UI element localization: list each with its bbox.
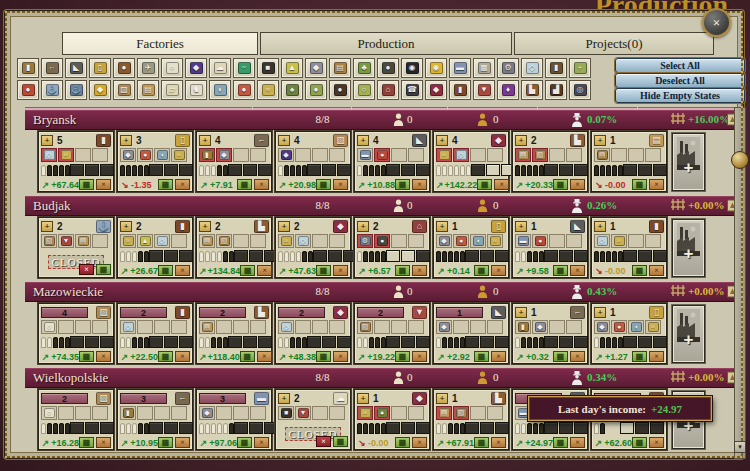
subsidize-button[interactable]: ▦ <box>237 437 252 448</box>
expand-factory-button[interactable]: + <box>436 221 448 232</box>
close-factory-button[interactable]: × <box>175 265 190 276</box>
goods-filter-artillery[interactable]: ◣ <box>65 58 87 78</box>
subsidize-button[interactable]: ▦ <box>158 351 173 362</box>
close-factory-button[interactable]: × <box>412 179 427 190</box>
goods-filter-aeroplanes[interactable]: ✈ <box>137 58 159 78</box>
factory-cell[interactable]: +2▙▤▧↗+134.84▦× <box>196 217 272 278</box>
expand-factory-button[interactable]: + <box>357 393 369 404</box>
goods-filter-steel[interactable]: ▬ <box>449 58 471 78</box>
close-factory-button[interactable]: × <box>649 265 664 276</box>
close-button[interactable]: × <box>702 8 731 37</box>
close-factory-button[interactable]: × <box>257 351 272 362</box>
goods-filter-fabric[interactable]: ▧ <box>113 80 135 100</box>
goods-filter-cotton[interactable]: ○ <box>161 58 183 78</box>
factory-cell[interactable]: +2◆≈◇↗+47.63▦× <box>275 217 351 278</box>
close-factory-button[interactable]: × <box>333 351 348 362</box>
factory-cell[interactable]: +2▮≈▲◇↗+26.67▦× <box>117 217 193 278</box>
factory-cell[interactable]: +3▯◆●◖≈↘-1.35▦× <box>117 131 193 192</box>
close-factory-button[interactable]: × <box>254 437 269 448</box>
close-factory-button[interactable]: × <box>96 437 111 448</box>
goods-filter-fruit[interactable]: ● <box>233 80 255 100</box>
subsidize-button[interactable]: ▦ <box>240 265 255 276</box>
goods-filter-machine-parts[interactable]: ⚙ <box>497 58 519 78</box>
goods-filter-liquor[interactable]: ▮ <box>449 80 471 100</box>
close-factory-button[interactable]: × <box>96 351 111 362</box>
goods-filter-tropical-wood[interactable]: ♣ <box>353 58 375 78</box>
factory-cell[interactable]: +1▮◇≈↘-0.00▦× <box>591 217 667 278</box>
expand-factory-button[interactable]: + <box>515 221 527 232</box>
close-factory-button[interactable]: × <box>491 265 506 276</box>
factory-cell[interactable]: +1▯◆●◖≈↗+0.14▦× <box>433 217 509 278</box>
expand-factory-button[interactable]: + <box>594 221 606 232</box>
goods-filter-precious-metal[interactable]: ◉ <box>425 58 447 78</box>
goods-filter-glass[interactable]: ◇ <box>521 58 543 78</box>
factory-cell[interactable]: +2▙▤▧↗+20.33▦× <box>512 131 588 192</box>
goods-filter-grain[interactable]: ≈ <box>257 80 279 100</box>
subsidize-button[interactable]: ▦ <box>79 437 94 448</box>
factory-cell[interactable]: 2▧○↗+16.28▦× <box>38 389 114 450</box>
subsidize-button[interactable]: ▦ <box>395 351 410 362</box>
subsidize-button[interactable]: ▦ <box>316 265 331 276</box>
close-factory-button[interactable]: × <box>570 351 585 362</box>
close-factory-button[interactable]: × <box>175 179 190 190</box>
goods-filter-regular-clothes[interactable]: ▼ <box>473 80 495 100</box>
subsidize-button[interactable]: ▦ <box>96 264 111 275</box>
subsidize-button[interactable]: ▦ <box>632 351 647 362</box>
factory-cell[interactable]: 2◆◇↗+48.38▦× <box>275 303 351 364</box>
factory-cell[interactable]: +1◣▬●↗+9.58▦× <box>512 217 588 278</box>
expand-factory-button[interactable]: + <box>199 221 211 232</box>
goods-filter-clipper-convoy[interactable]: ⚓ <box>41 80 63 100</box>
subsidize-button[interactable]: ▦ <box>79 351 94 362</box>
goods-filter-opium[interactable]: ○ <box>353 80 375 100</box>
factory-cell[interactable]: +1▤▤↘-0.00▦× <box>591 131 667 192</box>
expand-factory-button[interactable]: + <box>594 307 606 318</box>
expand-factory-button[interactable]: + <box>278 135 290 146</box>
factory-cell[interactable]: +1⌐▮◆↗+0.32▦× <box>512 303 588 364</box>
goods-filter-canned-food[interactable]: ▯ <box>89 58 111 78</box>
factory-cell[interactable]: 4▧○↗+74.35▦× <box>38 303 114 364</box>
goods-filter-coffee[interactable]: ● <box>329 80 351 100</box>
subsidize-button[interactable]: ▦ <box>553 437 568 448</box>
factory-cell[interactable]: +4⌐▮◆↗+7.91▦× <box>196 131 272 192</box>
factory-cell[interactable]: +4▧◆↗+20.98▦× <box>275 131 351 192</box>
subsidize-button[interactable]: ▦ <box>632 437 647 448</box>
build-factory-button[interactable]: + <box>672 305 705 363</box>
factory-cell[interactable]: +1▯◆●◖≈↗+1.27▦× <box>591 303 667 364</box>
state-row-mazowieckie[interactable]: Mazowieckie8/8000.43%+0.00% <box>25 282 742 302</box>
factory-cell[interactable]: +2⌂⚙●↗+6.57▦× <box>354 217 430 278</box>
subsidize-button[interactable]: ▦ <box>553 179 568 190</box>
close-factory-button[interactable]: × <box>412 265 427 276</box>
goods-filter-cement[interactable]: ▦ <box>473 58 495 78</box>
expand-factory-button[interactable]: + <box>278 221 290 232</box>
goods-filter-ammunition[interactable]: ▮ <box>17 58 39 78</box>
goods-filter-barrels[interactable]: ● <box>113 58 135 78</box>
goods-filter-tea[interactable]: ● <box>305 80 327 100</box>
close-factory-button[interactable]: × <box>649 437 664 448</box>
factory-cell[interactable]: +4◆≈◇↗+142.22▦× <box>433 131 509 192</box>
subsidize-button[interactable]: ▦ <box>158 179 173 190</box>
close-factory-button[interactable]: × <box>96 179 111 190</box>
factory-cell[interactable]: +2☁■▼CLOSED×▦ <box>275 389 351 450</box>
subsidize-button[interactable]: ▦ <box>158 437 173 448</box>
factory-cell[interactable]: 2▙▤↗+118.40▦× <box>196 303 272 364</box>
factory-cell[interactable]: +5▮◇≈↗+67.64▦× <box>38 131 114 192</box>
expand-factory-button[interactable]: + <box>357 135 369 146</box>
goods-filter-fuel[interactable]: ▮ <box>545 58 567 78</box>
goods-filter-steamer-convoy[interactable]: ⚓ <box>65 80 87 100</box>
goods-filter-explosives[interactable]: ● <box>17 80 39 100</box>
expand-factory-button[interactable]: + <box>436 393 448 404</box>
goods-filter-rubber[interactable]: ● <box>377 58 399 78</box>
goods-filter-silk[interactable]: ~ <box>233 58 255 78</box>
expand-factory-button[interactable]: + <box>41 221 53 232</box>
expand-factory-button[interactable]: + <box>120 135 132 146</box>
select-all-button[interactable]: Select All <box>615 58 745 73</box>
subsidize-button[interactable]: ▦ <box>316 179 331 190</box>
close-factory-button[interactable]: × <box>570 437 585 448</box>
factory-cell[interactable]: 2▼▧↗+19.22▦× <box>354 303 430 364</box>
build-factory-button[interactable]: + <box>672 133 705 191</box>
close-factory-button[interactable]: × <box>412 351 427 362</box>
factory-cell[interactable]: 3▬◆↗+97.06▦× <box>196 389 272 450</box>
subsidize-button[interactable]: ▦ <box>474 437 489 448</box>
factory-cell[interactable]: +2⚓▧▼▤CLOSED×▦ <box>38 217 114 278</box>
expand-factory-button[interactable]: + <box>199 135 211 146</box>
